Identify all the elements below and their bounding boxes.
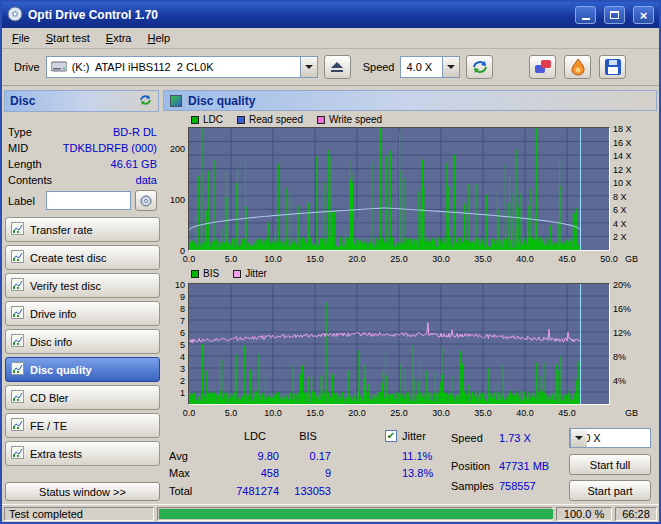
sidebar: Transfer rateCreate test discVerify test… [4, 214, 161, 466]
sidebar-item-cd-bler[interactable]: CD Bler [5, 385, 160, 410]
test-speed-select[interactable]: 4.0 X [569, 428, 651, 448]
axis-tick-label: 10 X [613, 178, 645, 188]
bottom-chart-legend: BISJitter [191, 268, 267, 279]
mini-chart-icon [11, 362, 24, 375]
ldc-max-value: 458 [219, 467, 279, 479]
ldc-speed-chart [189, 128, 609, 250]
sidebar-item-label: Drive info [30, 308, 76, 320]
menu-item-help[interactable]: Help [139, 29, 178, 47]
field-value: data [64, 174, 157, 186]
axis-tick-label: 2 [161, 376, 185, 386]
axis-tick-label: 4 X [613, 219, 645, 229]
disc-label-row: Label [8, 190, 157, 211]
legend-label: Jitter [245, 268, 267, 279]
axis-tick-label: 20.0 [343, 408, 371, 418]
jitter-checkbox-label: Jitter [402, 430, 426, 442]
legend-label: LDC [203, 114, 223, 125]
maximize-icon [610, 11, 619, 19]
field-label: Contents [8, 174, 64, 186]
drive-select-arrow[interactable] [300, 57, 317, 77]
sidebar-item-transfer-rate[interactable]: Transfer rate [5, 217, 160, 242]
erase-disc-button[interactable] [529, 55, 556, 79]
sidebar-item-icon [11, 250, 24, 265]
close-button[interactable]: × [633, 6, 654, 24]
jitter-checkbox[interactable]: ✔ [385, 430, 397, 442]
refresh-speeds-button[interactable] [466, 55, 493, 79]
start-part-button[interactable]: Start part [569, 480, 651, 501]
status-window-button[interactable]: Status window >> [5, 482, 160, 501]
chevron-down-icon [447, 65, 455, 73]
drive-label: Drive [14, 61, 40, 73]
sidebar-item-drive-info[interactable]: Drive info [5, 301, 160, 326]
start-part-label: Start part [587, 485, 632, 497]
disc-panel-header: Disc [4, 90, 159, 112]
minimize-button[interactable] [575, 6, 596, 24]
start-full-button[interactable]: Start full [569, 454, 651, 475]
sidebar-item-icon [11, 278, 24, 293]
sidebar-item-icon [11, 306, 24, 321]
axis-tick-label: 10 [161, 280, 185, 290]
axis-tick-label: 35.0 [469, 408, 497, 418]
legend-item-read-speed: Read speed [237, 114, 303, 125]
test-speed-select-arrow[interactable] [570, 429, 587, 447]
legend-item-jitter: Jitter [233, 268, 267, 279]
bis-total-value: 133053 [285, 485, 331, 497]
sidebar-item-verify-test-disc[interactable]: Verify test disc [5, 273, 160, 298]
menu-item-file[interactable]: File [4, 29, 38, 47]
mini-chart-icon [11, 278, 24, 291]
axis-tick-label: 9 [161, 292, 185, 302]
sidebar-item-disc-quality[interactable]: Disc quality [5, 357, 160, 382]
stats-row-label: Max [169, 467, 190, 479]
legend-swatch [233, 270, 241, 278]
refresh-disc-info-button[interactable] [138, 93, 153, 110]
burn-button[interactable] [564, 55, 591, 79]
disc-icon [140, 195, 152, 207]
field-value: BD-R DL [64, 126, 157, 138]
axis-tick-label: 5 [161, 340, 185, 350]
sidebar-item-extra-tests[interactable]: Extra tests [5, 441, 160, 466]
legend-label: Read speed [249, 114, 303, 125]
axis-tick-label: 4 [161, 352, 185, 362]
axis-tick-label: 12% [613, 328, 645, 338]
chevron-down-icon [305, 65, 313, 73]
save-results-button[interactable] [599, 55, 626, 79]
sidebar-item-icon [11, 222, 24, 237]
chart-panel: Disc quality LDCRead speedWrite speed BI… [161, 88, 659, 504]
axis-tick-label: 6 X [613, 205, 645, 215]
stats-col-header-ldc: LDC [231, 430, 279, 442]
disc-label-input[interactable] [46, 191, 131, 210]
axis-tick-label: 5.0 [217, 254, 245, 264]
sidebar-item-label: Disc info [30, 336, 72, 348]
axis-tick-label: 14 X [613, 151, 645, 161]
progress-bar-fill [159, 509, 553, 519]
jitter-max-value: 13.8% [402, 467, 433, 479]
status-text: Test completed [4, 507, 154, 521]
axis-tick-label: 8% [613, 352, 645, 362]
speed-select[interactable]: 4.0 X [400, 56, 460, 78]
sidebar-item-disc-info[interactable]: Disc info [5, 329, 160, 354]
menu-item-extra[interactable]: Extra [98, 29, 140, 47]
speed-select-arrow[interactable] [442, 57, 459, 77]
legend-swatch [237, 116, 245, 124]
samples-stat-label: Samples [451, 480, 494, 492]
menu-item-start-test[interactable]: Start test [38, 29, 98, 47]
axis-tick-label: 30.0 [427, 254, 455, 264]
disc-label-tool-button[interactable] [135, 190, 157, 211]
drive-select[interactable]: (K:) ATAPI iHBS112 2 CL0K [46, 56, 318, 78]
chart-section-header: Disc quality [163, 90, 657, 111]
maximize-button[interactable] [604, 6, 625, 24]
speed-stat-label: Speed [451, 432, 483, 444]
toolbar: Drive (K:) ATAPI iHBS112 2 CL0K Speed 4.… [2, 49, 659, 86]
eject-button[interactable] [324, 55, 351, 79]
sidebar-item-icon [11, 418, 24, 433]
elapsed-time: 66:28 [615, 507, 657, 521]
disc-field-mid: MIDTDKBLDRFB (000) [8, 140, 157, 156]
stats-panel: LDC BIS Avg Max Total 9.80 458 7481274 0… [161, 428, 659, 504]
axis-tick-label: 16% [613, 304, 645, 314]
speed-stat-value: 1.73 X [499, 432, 531, 444]
sidebar-item-create-test-disc[interactable]: Create test disc [5, 245, 160, 270]
sidebar-item-fe-te[interactable]: FE / TE [5, 413, 160, 438]
field-label: Type [8, 126, 64, 138]
axis-tick-label: 0.0 [175, 408, 203, 418]
position-stat-value: 47731 MB [499, 460, 549, 472]
